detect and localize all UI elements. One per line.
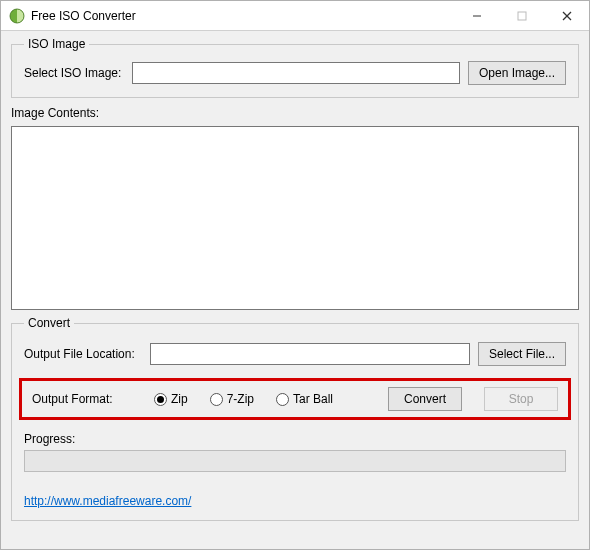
client-area: ISO Image Select ISO Image: Open Image..… <box>1 31 589 549</box>
iso-image-legend: ISO Image <box>24 37 89 51</box>
radio-tarball[interactable]: Tar Ball <box>276 392 333 406</box>
progress-label: Progress: <box>24 432 75 446</box>
app-window: Free ISO Converter ISO Image Select ISO … <box>0 0 590 550</box>
radio-7zip[interactable]: 7-Zip <box>210 392 254 406</box>
radio-dot-icon <box>154 393 167 406</box>
iso-path-input[interactable] <box>132 62 460 84</box>
output-format-label: Output Format: <box>32 392 132 406</box>
convert-button[interactable]: Convert <box>388 387 462 411</box>
image-contents-list[interactable] <box>11 126 579 310</box>
window-title: Free ISO Converter <box>31 9 454 23</box>
radio-7zip-label: 7-Zip <box>227 392 254 406</box>
image-contents-label: Image Contents: <box>11 106 579 120</box>
close-button[interactable] <box>544 1 589 30</box>
select-iso-label: Select ISO Image: <box>24 66 124 80</box>
window-controls <box>454 1 589 30</box>
website-link[interactable]: http://www.mediafreeware.com/ <box>24 494 566 508</box>
radio-dot-icon <box>210 393 223 406</box>
titlebar: Free ISO Converter <box>1 1 589 31</box>
iso-image-group: ISO Image Select ISO Image: Open Image..… <box>11 37 579 98</box>
progress-bar <box>24 450 566 472</box>
stop-button[interactable]: Stop <box>484 387 558 411</box>
radio-tarball-label: Tar Ball <box>293 392 333 406</box>
convert-group: Convert Output File Location: Select Fil… <box>11 316 579 521</box>
radio-zip[interactable]: Zip <box>154 392 188 406</box>
app-icon <box>9 8 25 24</box>
radio-zip-label: Zip <box>171 392 188 406</box>
svg-rect-3 <box>518 12 526 20</box>
select-file-button[interactable]: Select File... <box>478 342 566 366</box>
output-format-row: Output Format: Zip 7-Zip Tar Ball Conver… <box>19 378 571 420</box>
maximize-button[interactable] <box>499 1 544 30</box>
radio-dot-icon <box>276 393 289 406</box>
output-location-label: Output File Location: <box>24 347 142 361</box>
convert-legend: Convert <box>24 316 74 330</box>
output-location-input[interactable] <box>150 343 470 365</box>
open-image-button[interactable]: Open Image... <box>468 61 566 85</box>
minimize-button[interactable] <box>454 1 499 30</box>
